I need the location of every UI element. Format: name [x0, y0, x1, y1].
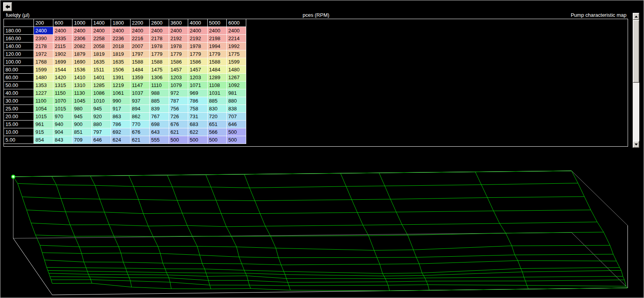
- map-cell[interactable]: 1100: [34, 97, 53, 105]
- map-cell[interactable]: 770: [130, 121, 150, 128]
- map-cell[interactable]: 624: [111, 136, 131, 144]
- map-cell[interactable]: 1588: [130, 58, 150, 66]
- map-cell[interactable]: 1031: [207, 89, 227, 97]
- row-header[interactable]: 180.00: [4, 27, 34, 35]
- map-cell[interactable]: 1978: [169, 43, 188, 50]
- map-cell[interactable]: 1544: [53, 66, 72, 74]
- map-cell[interactable]: 839: [150, 105, 169, 113]
- map-cell[interactable]: 969: [188, 89, 208, 97]
- map-cell[interactable]: 980: [72, 105, 92, 113]
- map-cell[interactable]: 1108: [207, 82, 227, 89]
- map-cell[interactable]: 643: [150, 128, 169, 136]
- map-cell[interactable]: 972: [169, 89, 188, 97]
- map-cell[interactable]: 676: [130, 128, 150, 136]
- map-cell[interactable]: 2400: [72, 27, 92, 35]
- map-cell[interactable]: 1070: [53, 97, 72, 105]
- map-cell[interactable]: 2400: [150, 27, 169, 35]
- map-cell[interactable]: 1285: [92, 82, 111, 89]
- map-cell[interactable]: 2214: [227, 35, 246, 43]
- map-cell[interactable]: 915: [34, 128, 53, 136]
- map-cell[interactable]: 2258: [92, 35, 111, 43]
- map-cell[interactable]: 2115: [53, 43, 72, 50]
- column-header[interactable]: 2200: [130, 19, 150, 27]
- map-cell[interactable]: 1147: [130, 82, 150, 89]
- map-cell[interactable]: 2058: [92, 43, 111, 50]
- map-cell[interactable]: 1588: [207, 58, 227, 66]
- map-cell[interactable]: 1819: [92, 50, 111, 58]
- map-cell[interactable]: 1480: [34, 74, 53, 82]
- row-header[interactable]: 30.00: [4, 97, 34, 105]
- column-header[interactable]: 2600: [150, 19, 169, 27]
- column-header[interactable]: 4000: [188, 19, 208, 27]
- row-header[interactable]: 10.00: [4, 128, 34, 136]
- map-cell[interactable]: 1315: [53, 82, 72, 89]
- map-cell[interactable]: 1586: [169, 58, 188, 66]
- map-cell[interactable]: 1635: [92, 58, 111, 66]
- map-cell[interactable]: 622: [188, 128, 208, 136]
- map-cell[interactable]: 1092: [227, 82, 246, 89]
- map-cell[interactable]: 843: [53, 136, 72, 144]
- map-cell[interactable]: 797: [92, 128, 111, 136]
- map-cell[interactable]: 1359: [130, 74, 150, 82]
- map-cell[interactable]: 904: [53, 128, 72, 136]
- map-cell[interactable]: 621: [169, 128, 188, 136]
- map-cell[interactable]: 1267: [227, 74, 246, 82]
- map-cell[interactable]: 2306: [72, 35, 92, 43]
- map-cell[interactable]: 2192: [188, 35, 208, 43]
- column-header[interactable]: 6000: [227, 19, 246, 27]
- map-cell[interactable]: 2192: [169, 35, 188, 43]
- row-header[interactable]: 50.00: [4, 82, 34, 89]
- map-cell[interactable]: 720: [207, 113, 227, 121]
- map-cell[interactable]: 1110: [150, 82, 169, 89]
- map-cell[interactable]: 1779: [169, 50, 188, 58]
- map-cell[interactable]: 2236: [111, 35, 131, 43]
- scrollbar-thumb[interactable]: [633, 20, 639, 83]
- map-cell[interactable]: 500: [207, 136, 227, 144]
- map-cell[interactable]: 1506: [111, 66, 131, 74]
- map-cell[interactable]: 1484: [130, 66, 150, 74]
- map-cell[interactable]: 900: [72, 121, 92, 128]
- column-header[interactable]: 1800: [111, 19, 131, 27]
- map-cell[interactable]: 651: [207, 121, 227, 128]
- map-cell[interactable]: 1775: [227, 50, 246, 58]
- map-cell[interactable]: 1037: [130, 89, 150, 97]
- column-header[interactable]: 1000: [72, 19, 92, 27]
- map-cell[interactable]: 2400: [92, 27, 111, 35]
- map-cell[interactable]: 1536: [72, 66, 92, 74]
- map-cell[interactable]: 1150: [53, 89, 72, 97]
- column-header[interactable]: 600: [53, 19, 72, 27]
- map-cell[interactable]: 1045: [72, 97, 92, 105]
- map-cell[interactable]: 988: [150, 89, 169, 97]
- map-cell[interactable]: 2082: [72, 43, 92, 50]
- map-cell[interactable]: 1819: [111, 50, 131, 58]
- map-cell[interactable]: 698: [150, 121, 169, 128]
- column-header[interactable]: 200: [34, 19, 53, 27]
- map-cell[interactable]: 1690: [72, 58, 92, 66]
- map-cell[interactable]: 945: [72, 113, 92, 121]
- row-header[interactable]: 40.00: [4, 89, 34, 97]
- map-cell[interactable]: 1071: [188, 82, 208, 89]
- map-cell[interactable]: 2390: [34, 35, 53, 43]
- map-cell[interactable]: 1353: [34, 82, 53, 89]
- map-cell[interactable]: 1992: [227, 43, 246, 50]
- map-cell[interactable]: 2198: [207, 35, 227, 43]
- map-cell[interactable]: 2400: [130, 27, 150, 35]
- map-cell[interactable]: 1010: [92, 97, 111, 105]
- map-cell[interactable]: 1391: [111, 74, 131, 82]
- map-cell[interactable]: 1475: [150, 66, 169, 74]
- map-cell[interactable]: 500: [169, 136, 188, 144]
- scroll-up-button[interactable]: [633, 13, 639, 20]
- map-cell[interactable]: 1289: [207, 74, 227, 82]
- map-cell[interactable]: 786: [188, 97, 208, 105]
- map-cell[interactable]: 1768: [34, 58, 53, 66]
- row-header[interactable]: 25.00: [4, 105, 34, 113]
- map-cell[interactable]: 1978: [150, 43, 169, 50]
- map-cell[interactable]: 756: [169, 105, 188, 113]
- map-cell[interactable]: 863: [111, 113, 131, 121]
- map-cell[interactable]: 894: [130, 105, 150, 113]
- map-cell[interactable]: 851: [72, 128, 92, 136]
- map-cell[interactable]: 830: [207, 105, 227, 113]
- map-cell[interactable]: 2400: [34, 27, 53, 35]
- map-cell[interactable]: 1420: [53, 74, 72, 82]
- map-cell[interactable]: 1879: [72, 50, 92, 58]
